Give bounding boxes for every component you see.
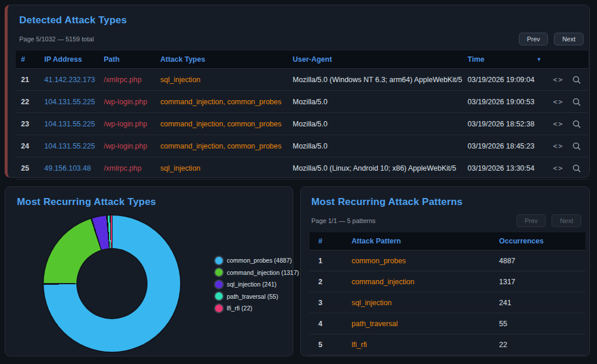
pagination-status: Page 5/1032 — 5159 total [19, 36, 513, 43]
attack-pattern-link[interactable]: path_traversal [352, 320, 398, 328]
ip-link[interactable]: 41.142.232.173 [44, 76, 95, 84]
table-header-row: # IP Address Path Attack Types User-Agen… [16, 51, 588, 68]
row-number: 25 [16, 164, 39, 172]
code-icon[interactable]: <> [553, 76, 564, 84]
legend-item: lfi_rfi (22) [215, 302, 299, 314]
detected-attacks-panel: Detected Attack Types Page 5/1032 — 5159… [5, 5, 590, 178]
table-row: 2command_injection1317 [310, 271, 585, 292]
row-number: 22 [16, 98, 39, 106]
sort-desc-icon[interactable]: ▼ [536, 56, 542, 62]
path-link[interactable]: /xmlrpc.php [104, 76, 142, 84]
ip-link[interactable]: 49.156.103.48 [44, 164, 91, 172]
legend-swatch-icon [215, 305, 223, 312]
search-icon[interactable] [572, 75, 581, 84]
col-header-ip[interactable]: IP Address [39, 55, 99, 63]
user-agent: Mozilla/5.0 [287, 142, 462, 150]
occurrences-value: 1317 [490, 278, 585, 286]
legend-swatch-icon [215, 268, 223, 276]
legend-item: common_probes (4887) [215, 255, 299, 267]
legend-item: command_injection (1317) [215, 267, 299, 279]
row-actions: <> [550, 164, 588, 173]
col-header-occurrences[interactable]: Occurrences [490, 237, 585, 245]
col-header-path[interactable]: Path [99, 55, 155, 63]
donut-chart [44, 215, 180, 352]
patterns-prev-button[interactable]: Prev [517, 214, 546, 227]
attack-pattern-link[interactable]: lfi_rfi [352, 341, 367, 349]
donut-hole [78, 249, 146, 318]
row-number: 4 [310, 320, 343, 328]
next-button[interactable]: Next [554, 33, 584, 45]
code-icon[interactable]: <> [553, 164, 564, 172]
attacks-table: # IP Address Path Attack Types User-Agen… [16, 51, 588, 179]
row-actions: <> [550, 142, 588, 151]
path-link[interactable]: /wp-login.php [104, 98, 147, 106]
legend-item: path_traversal (55) [215, 291, 299, 303]
row-number: 1 [310, 257, 343, 265]
attack-types: command_injection, common_probes [155, 98, 287, 106]
patterns-next-button[interactable]: Next [552, 214, 581, 227]
timestamp: 03/19/2026 19:09:04 [462, 76, 550, 84]
legend-label: path_traversal (55) [227, 293, 278, 300]
col-header-num[interactable]: # [16, 55, 39, 63]
search-icon[interactable] [572, 119, 581, 129]
code-icon[interactable]: <> [553, 120, 564, 128]
table-row: 24104.131.55.225/wp-login.phpcommand_inj… [16, 135, 588, 157]
col-header-pattern[interactable]: Attack Pattern [343, 237, 490, 245]
legend-label: lfi_rfi (22) [227, 305, 252, 312]
code-icon[interactable]: <> [553, 142, 564, 150]
ip-link[interactable]: 104.131.55.225 [44, 98, 95, 106]
row-actions: <> [550, 119, 588, 129]
attack-types: sql_injection [155, 76, 287, 84]
search-icon[interactable] [572, 97, 581, 107]
code-icon[interactable]: <> [553, 98, 564, 106]
table-row: 2549.156.103.48/xmlrpc.phpsql_injectionM… [16, 157, 588, 179]
timestamp: 03/19/2026 19:00:53 [462, 98, 550, 106]
chart-title: Most Recurring Attack Types [17, 196, 286, 208]
user-agent: Mozilla/5.0 (Linux; Android 10; x86) App… [287, 164, 462, 172]
legend-swatch-icon [215, 257, 223, 264]
user-agent: Mozilla/5.0 (Windows NT 6.3; arm64) Appl… [287, 76, 462, 84]
table-row: 5lfi_rfi22 [310, 334, 585, 355]
timestamp: 03/19/2026 18:52:38 [462, 120, 550, 128]
dashboard: Detected Attack Types Page 5/1032 — 5159… [0, 0, 597, 364]
search-icon[interactable] [572, 164, 581, 173]
ip-link[interactable]: 104.131.55.225 [44, 142, 95, 150]
attack-pattern-link[interactable]: command_injection [352, 278, 415, 286]
col-header-user-agent[interactable]: User-Agent [287, 55, 462, 63]
attack-types: command_injection, common_probes [155, 120, 287, 128]
legend-swatch-icon [215, 292, 223, 300]
user-agent: Mozilla/5.0 [287, 98, 462, 106]
occurrences-value: 22 [490, 341, 585, 349]
patterns-pagination-status: Page 1/1 — 5 patterns [311, 217, 511, 224]
prev-button[interactable]: Prev [519, 33, 549, 45]
user-agent: Mozilla/5.0 [287, 120, 462, 128]
legend-label: sql_injection (241) [227, 281, 276, 288]
occurrences-value: 4887 [490, 257, 585, 265]
table-row: 23104.131.55.225/wp-login.phpcommand_inj… [16, 112, 588, 135]
attack-pattern-link[interactable]: sql_injection [352, 299, 392, 307]
path-link[interactable]: /wp-login.php [104, 120, 147, 128]
col-header-attack-types[interactable]: Attack Types [155, 55, 287, 63]
page-title: Detected Attack Types [19, 15, 584, 26]
search-icon[interactable] [572, 142, 581, 151]
occurrences-value: 241 [490, 299, 585, 307]
table-row: 22104.131.55.225/wp-login.phpcommand_inj… [16, 90, 588, 112]
row-actions: <> [550, 97, 588, 107]
col-header-num[interactable]: # [310, 237, 343, 245]
col-header-time[interactable]: Time ▼ [462, 55, 550, 63]
attack-types-chart-panel: Most Recurring Attack Types common_probe… [5, 186, 293, 356]
path-link[interactable]: /wp-login.php [104, 142, 147, 150]
table-row: 2141.142.232.173/xmlrpc.phpsql_injection… [16, 68, 588, 90]
row-number: 23 [16, 120, 39, 128]
legend-item: sql_injection (241) [215, 278, 299, 291]
row-number: 5 [310, 341, 343, 349]
chart-legend: common_probes (4887)command_injection (1… [215, 255, 299, 314]
attack-types: sql_injection [155, 164, 287, 172]
path-link[interactable]: /xmlrpc.php [104, 164, 142, 172]
attack-patterns-panel: Most Recurring Attack Patterns Page 1/1 … [300, 186, 590, 356]
ip-link[interactable]: 104.131.55.225 [44, 120, 95, 128]
timestamp: 03/19/2026 13:30:54 [462, 164, 550, 172]
patterns-header-row: # Attack Pattern Occurrences [310, 232, 585, 250]
attack-pattern-link[interactable]: common_probes [352, 257, 406, 265]
legend-label: common_probes (4887) [227, 257, 292, 264]
